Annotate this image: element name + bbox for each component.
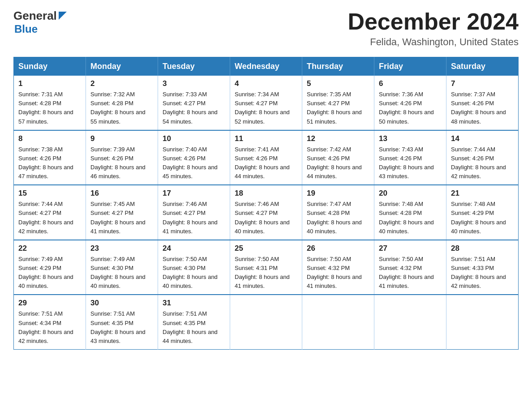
col-thursday: Thursday [302,57,374,76]
day-number: 5 [307,79,369,88]
day-number: 16 [90,189,153,198]
table-row [374,295,446,349]
day-info: Sunrise: 7:50 AMSunset: 4:30 PMDaylight:… [163,255,225,291]
day-number: 23 [90,244,153,253]
day-info: Sunrise: 7:40 AMSunset: 4:26 PMDaylight:… [163,145,225,181]
day-info: Sunrise: 7:42 AMSunset: 4:26 PMDaylight:… [307,145,369,181]
calendar-header-row: Sunday Monday Tuesday Wednesday Thursday… [14,57,519,76]
day-info: Sunrise: 7:35 AMSunset: 4:27 PMDaylight:… [307,90,369,126]
day-info: Sunrise: 7:38 AMSunset: 4:26 PMDaylight:… [18,145,81,181]
col-friday: Friday [374,57,446,76]
table-row: 23 Sunrise: 7:49 AMSunset: 4:30 PMDaylig… [86,240,158,295]
day-number: 26 [307,244,369,253]
table-row: 12 Sunrise: 7:42 AMSunset: 4:26 PMDaylig… [302,130,374,185]
col-wednesday: Wednesday [230,57,302,76]
day-number: 11 [235,134,297,143]
table-row: 22 Sunrise: 7:49 AMSunset: 4:29 PMDaylig… [14,240,86,295]
day-number: 31 [163,299,225,308]
logo-name: General [13,9,67,23]
day-info: Sunrise: 7:44 AMSunset: 4:26 PMDaylight:… [451,145,514,181]
day-info: Sunrise: 7:34 AMSunset: 4:27 PMDaylight:… [235,90,297,126]
table-row: 14 Sunrise: 7:44 AMSunset: 4:26 PMDaylig… [446,130,519,185]
day-info: Sunrise: 7:50 AMSunset: 4:32 PMDaylight:… [379,255,442,291]
day-info: Sunrise: 7:49 AMSunset: 4:30 PMDaylight:… [90,255,153,291]
logo: General Blue [13,9,67,35]
col-monday: Monday [86,57,158,76]
day-info: Sunrise: 7:51 AMSunset: 4:33 PMDaylight:… [451,255,514,291]
day-number: 25 [235,244,297,253]
day-number: 17 [163,189,225,198]
day-number: 30 [90,299,153,308]
day-number: 27 [379,244,442,253]
table-row: 21 Sunrise: 7:48 AMSunset: 4:29 PMDaylig… [446,185,519,240]
day-info: Sunrise: 7:39 AMSunset: 4:26 PMDaylight:… [90,145,153,181]
table-row: 9 Sunrise: 7:39 AMSunset: 4:26 PMDayligh… [86,130,158,185]
day-number: 13 [379,134,442,143]
day-number: 1 [18,79,81,88]
day-number: 14 [451,134,514,143]
table-row [302,295,374,349]
calendar-week-2: 8 Sunrise: 7:38 AMSunset: 4:26 PMDayligh… [14,130,519,185]
calendar-table: Sunday Monday Tuesday Wednesday Thursday… [13,57,519,350]
day-info: Sunrise: 7:36 AMSunset: 4:26 PMDaylight:… [379,90,442,126]
day-number: 2 [90,79,153,88]
day-number: 10 [163,134,225,143]
day-info: Sunrise: 7:46 AMSunset: 4:27 PMDaylight:… [235,200,297,236]
table-row: 15 Sunrise: 7:44 AMSunset: 4:27 PMDaylig… [14,185,86,240]
day-info: Sunrise: 7:51 AMSunset: 4:35 PMDaylight:… [163,309,225,346]
day-number: 18 [235,189,297,198]
page-header: General Blue December 2024 Felida, Washi… [13,9,519,48]
table-row [230,295,302,349]
title-block: December 2024 Felida, Washington, United… [348,9,519,48]
table-row: 26 Sunrise: 7:50 AMSunset: 4:32 PMDaylig… [302,240,374,295]
table-row: 31 Sunrise: 7:51 AMSunset: 4:35 PMDaylig… [158,295,230,349]
logo-general: General [13,9,57,23]
table-row: 30 Sunrise: 7:51 AMSunset: 4:35 PMDaylig… [86,295,158,349]
day-info: Sunrise: 7:46 AMSunset: 4:27 PMDaylight:… [163,200,225,236]
day-info: Sunrise: 7:47 AMSunset: 4:28 PMDaylight:… [307,200,369,236]
table-row: 28 Sunrise: 7:51 AMSunset: 4:33 PMDaylig… [446,240,519,295]
table-row: 13 Sunrise: 7:43 AMSunset: 4:26 PMDaylig… [374,130,446,185]
day-number: 12 [307,134,369,143]
day-info: Sunrise: 7:43 AMSunset: 4:26 PMDaylight:… [379,145,442,181]
table-row: 1 Sunrise: 7:31 AMSunset: 4:28 PMDayligh… [14,76,86,130]
day-number: 3 [163,79,225,88]
table-row: 3 Sunrise: 7:33 AMSunset: 4:27 PMDayligh… [158,76,230,130]
day-number: 21 [451,189,514,198]
day-number: 9 [90,134,153,143]
logo-blue: Blue [14,23,38,35]
calendar-week-5: 29 Sunrise: 7:51 AMSunset: 4:34 PMDaylig… [14,295,519,349]
day-info: Sunrise: 7:48 AMSunset: 4:28 PMDaylight:… [379,200,442,236]
day-number: 22 [18,244,81,253]
table-row: 19 Sunrise: 7:47 AMSunset: 4:28 PMDaylig… [302,185,374,240]
table-row: 7 Sunrise: 7:37 AMSunset: 4:26 PMDayligh… [446,76,519,130]
col-saturday: Saturday [446,57,519,76]
table-row: 8 Sunrise: 7:38 AMSunset: 4:26 PMDayligh… [14,130,86,185]
day-info: Sunrise: 7:33 AMSunset: 4:27 PMDaylight:… [163,90,225,126]
day-info: Sunrise: 7:50 AMSunset: 4:32 PMDaylight:… [307,255,369,291]
day-number: 6 [379,79,442,88]
table-row: 16 Sunrise: 7:45 AMSunset: 4:27 PMDaylig… [86,185,158,240]
table-row: 20 Sunrise: 7:48 AMSunset: 4:28 PMDaylig… [374,185,446,240]
table-row: 27 Sunrise: 7:50 AMSunset: 4:32 PMDaylig… [374,240,446,295]
table-row: 11 Sunrise: 7:41 AMSunset: 4:26 PMDaylig… [230,130,302,185]
day-info: Sunrise: 7:51 AMSunset: 4:34 PMDaylight:… [18,309,81,346]
table-row: 17 Sunrise: 7:46 AMSunset: 4:27 PMDaylig… [158,185,230,240]
day-number: 24 [163,244,225,253]
calendar-week-4: 22 Sunrise: 7:49 AMSunset: 4:29 PMDaylig… [14,240,519,295]
day-number: 28 [451,244,514,253]
col-sunday: Sunday [14,57,86,76]
location-subtitle: Felida, Washington, United States [348,36,519,48]
table-row: 25 Sunrise: 7:50 AMSunset: 4:31 PMDaylig… [230,240,302,295]
day-info: Sunrise: 7:37 AMSunset: 4:26 PMDaylight:… [451,90,514,126]
month-title: December 2024 [348,9,519,34]
table-row: 18 Sunrise: 7:46 AMSunset: 4:27 PMDaylig… [230,185,302,240]
day-number: 15 [18,189,81,198]
day-info: Sunrise: 7:51 AMSunset: 4:35 PMDaylight:… [90,309,153,346]
day-info: Sunrise: 7:50 AMSunset: 4:31 PMDaylight:… [235,255,297,291]
day-number: 7 [451,79,514,88]
table-row: 2 Sunrise: 7:32 AMSunset: 4:28 PMDayligh… [86,76,158,130]
svg-marker-0 [59,12,67,20]
table-row: 24 Sunrise: 7:50 AMSunset: 4:30 PMDaylig… [158,240,230,295]
calendar-week-1: 1 Sunrise: 7:31 AMSunset: 4:28 PMDayligh… [14,76,519,130]
